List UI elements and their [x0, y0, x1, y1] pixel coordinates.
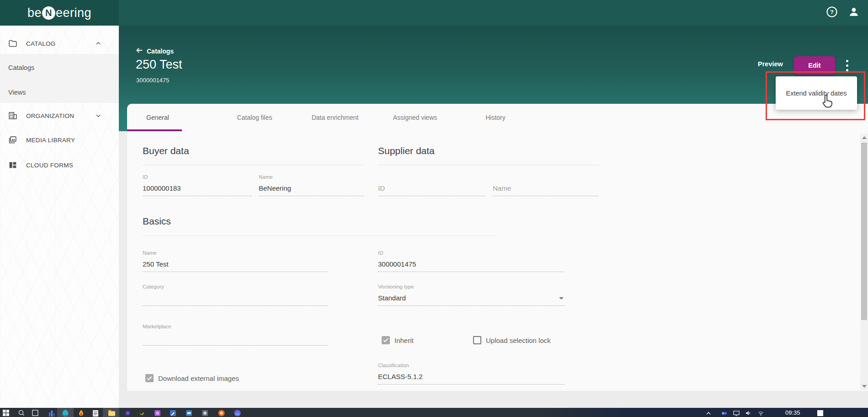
field-label: ID [143, 172, 252, 182]
help-icon[interactable]: ? [826, 6, 838, 20]
more-actions-kebab-icon[interactable] [844, 58, 850, 73]
inherit-checkbox-row[interactable]: Inherit [382, 336, 414, 344]
field-value [143, 331, 328, 346]
buyer-id-field[interactable]: ID 1000000183 [143, 172, 252, 196]
buyer-name-field[interactable]: Name BeNeering [259, 172, 364, 196]
sidebar-item-catalogs[interactable]: Catalogs [8, 64, 34, 71]
tab-data-enrichment[interactable]: Data enrichment [307, 104, 363, 131]
menu-item-extend-validity-dates[interactable]: Extend validity dates [786, 90, 847, 97]
scroll-up-arrow-icon[interactable] [860, 134, 868, 141]
search-icon[interactable] [18, 410, 25, 417]
field-placeholder: Name [493, 182, 599, 196]
taskbar-app-violet-icon[interactable] [234, 410, 241, 417]
tray-display-icon[interactable] [733, 410, 740, 417]
context-menu: Extend validity dates [776, 76, 857, 110]
basics-section-divider [143, 235, 496, 236]
logo-text-prefix: be [27, 6, 42, 20]
vertical-scrollbar[interactable] [860, 134, 868, 390]
taskbar-app-document-icon[interactable] [92, 410, 99, 417]
field-label: Category [143, 282, 328, 292]
tray-app-icon[interactable] [721, 410, 727, 417]
building-icon [8, 111, 18, 121]
user-icon[interactable] [848, 6, 860, 20]
taskbar-app-purple-square-icon[interactable] [154, 410, 161, 417]
sidebar-item-catalog[interactable]: CATALOG [0, 33, 119, 53]
field-label: Name [143, 248, 328, 258]
taskbar-clock[interactable]: 09:35 [785, 409, 800, 416]
svg-text:?: ? [830, 9, 834, 16]
windows-taskbar: 09:35 [0, 408, 868, 417]
field-value: BeNeering [259, 182, 364, 196]
field-value [143, 292, 328, 306]
back-to-catalogs-link[interactable]: Catalogs [135, 46, 174, 56]
logo-n-icon: N [42, 6, 55, 20]
inherit-checkbox[interactable] [382, 336, 390, 344]
versioning-type-select[interactable]: Versioning type Standard [378, 282, 564, 306]
field-label: Name [259, 172, 364, 182]
download-external-images-row[interactable]: Download external images [145, 374, 239, 382]
taskbar-app-green-icon[interactable] [138, 410, 145, 417]
field-value: 3000001475 [378, 258, 564, 272]
catalog-subnav: Catalogs Views [0, 54, 119, 103]
marketplace-field[interactable]: Marketplace [143, 321, 328, 346]
field-label: Classification [378, 360, 564, 370]
beneering-logo: be N eering [27, 6, 91, 20]
tray-speaker-icon[interactable] [745, 410, 751, 417]
taskbar-app-pen-icon[interactable] [170, 410, 176, 417]
buyer-data-heading: Buyer data [143, 145, 189, 156]
checkbox-label: Download external images [158, 374, 239, 382]
sidebar-item-cloud-forms[interactable]: CLOUD FORMS [0, 155, 119, 175]
supplier-name-field[interactable]: Name [493, 172, 599, 196]
start-button-icon[interactable] [3, 410, 9, 417]
field-value: Standard [378, 292, 564, 306]
supplier-data-heading: Supplier data [378, 145, 435, 156]
catalog-detail-card: General Catalog files Data enrichment As… [127, 104, 868, 391]
chevron-down-icon [95, 112, 101, 119]
notification-center-icon[interactable] [817, 410, 823, 416]
sidebar-item-label: CLOUD FORMS [26, 162, 73, 169]
taskbar-app-flame-icon[interactable] [78, 410, 85, 417]
back-label: Catalogs [147, 48, 174, 55]
upload-selection-lock-checkbox[interactable] [473, 336, 481, 344]
tab-general[interactable]: General [142, 104, 174, 131]
tab-catalog-files[interactable]: Catalog files [232, 104, 277, 131]
taskbar-app-gray-icon[interactable] [202, 410, 208, 417]
tray-network-icon[interactable] [758, 410, 764, 417]
logo-area: be N eering [0, 0, 119, 26]
sidebar: CATALOG Catalogs Views ORGANIZATION MEDI… [0, 26, 119, 408]
taskbar-app-blue-bars-icon[interactable] [48, 410, 55, 417]
category-field[interactable]: Category [143, 282, 328, 306]
field-label [378, 172, 485, 182]
tray-expand-caret-icon[interactable] [706, 410, 711, 417]
basics-id-field[interactable]: ID 3000001475 [378, 248, 564, 272]
taskbar-app-purple-circle-icon[interactable] [124, 410, 131, 417]
logo-text-suffix: eering [56, 6, 91, 20]
scrollbar-thumb[interactable] [861, 143, 867, 320]
taskbar-app-orange-circle-icon[interactable] [218, 410, 225, 417]
taskbar-app-teal-egg-icon[interactable] [62, 410, 69, 417]
field-value: 250 Test [143, 258, 328, 272]
tab-history[interactable]: History [481, 104, 510, 131]
tab-assigned-views[interactable]: Assigned views [389, 104, 442, 131]
basics-name-field[interactable]: Name 250 Test [143, 248, 328, 272]
preview-button[interactable]: Preview [754, 59, 787, 70]
edit-button[interactable]: Edit [794, 56, 835, 75]
scroll-down-arrow-icon[interactable] [860, 382, 868, 390]
sidebar-item-organization[interactable]: ORGANIZATION [0, 106, 119, 126]
field-label: ID [378, 248, 564, 258]
download-external-images-checkbox[interactable] [145, 374, 154, 382]
task-view-icon[interactable] [32, 410, 38, 417]
tab-bar: General Catalog files Data enrichment As… [127, 104, 868, 131]
sidebar-item-views[interactable]: Views [8, 89, 26, 96]
supplier-section-divider [378, 165, 599, 165]
checkbox-label: Upload selection lock [486, 337, 551, 344]
hand-cursor-icon [819, 93, 835, 112]
classification-field[interactable]: Classification ECLASS-5.1.2 [378, 360, 564, 385]
file-explorer-icon[interactable] [108, 410, 115, 417]
supplier-id-field[interactable]: ID [378, 172, 485, 196]
sidebar-item-media-library[interactable]: MEDIA LIBRARY [0, 130, 119, 150]
chevron-up-icon [95, 40, 101, 47]
upload-selection-lock-row[interactable]: Upload selection lock [473, 336, 551, 344]
checkbox-label: Inherit [394, 337, 414, 344]
taskbar-app-blue-box-icon[interactable] [186, 410, 192, 417]
